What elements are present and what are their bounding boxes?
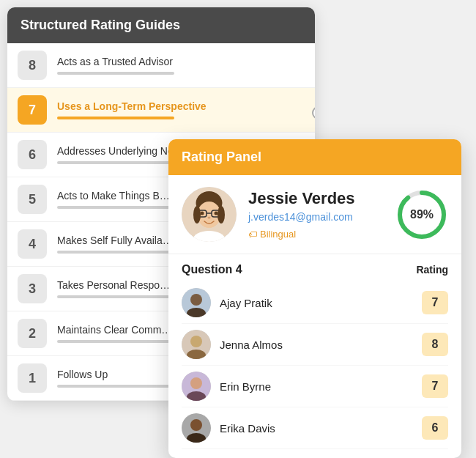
rater-avatar-erin [182, 372, 211, 401]
rating-bar-8 [57, 72, 174, 75]
progress-text: 89% [410, 208, 434, 221]
rater-avatar-ajay [182, 288, 211, 317]
rating-bar-2 [57, 340, 174, 343]
rater-info-erin: Erin Byrne [182, 372, 271, 401]
svg-point-7 [215, 212, 218, 215]
svg-point-10 [193, 206, 201, 224]
progress-circle: 89% [395, 188, 448, 241]
rating-bar-4 [57, 251, 174, 254]
svg-point-18 [190, 336, 202, 347]
svg-point-6 [201, 212, 204, 215]
question-label: Question 4 [182, 263, 242, 276]
rating-number-5: 5 [18, 185, 47, 214]
rater-name-erika: Erika Davis [220, 422, 275, 435]
rating-title-8: Acts as a Trusted Advisor [57, 56, 305, 67]
svg-point-11 [217, 206, 225, 224]
rater-row-erin[interactable]: Erin Byrne 7 [182, 366, 448, 407]
rating-number-3: 3 [18, 274, 47, 303]
rater-name-jenna: Jenna Almos [220, 339, 283, 351]
svg-point-24 [190, 419, 202, 431]
rater-score-erin: 7 [422, 374, 448, 398]
rating-title-7: Uses a Long-Term Perspective [57, 100, 305, 112]
connector-plus-top[interactable]: + [312, 106, 315, 119]
rating-bar-6 [57, 161, 174, 164]
rater-info-jenna: Jenna Almos [182, 330, 283, 359]
rating-bar-3 [57, 295, 174, 298]
rater-info-erika: Erika Davis [182, 413, 275, 443]
svg-point-15 [190, 294, 202, 306]
rating-bar-1 [57, 385, 174, 388]
svg-point-8 [208, 217, 211, 219]
avatar [182, 187, 237, 242]
rating-panel: Rating Panel [168, 139, 461, 458]
rating-number-6: 6 [18, 140, 47, 169]
person-email: j.verdes14@gmail.com [248, 211, 384, 223]
rater-row-ajay[interactable]: Ajay Pratik 7 [182, 282, 448, 324]
rating-bar-7 [57, 117, 174, 119]
rating-column-label: Rating [416, 264, 448, 276]
person-name: Jessie Verdes [248, 189, 384, 208]
raters-section: Question 4 Rating Ajay Pratik 7 [168, 254, 461, 458]
rater-avatar-jenna [182, 330, 211, 359]
rating-number-2: 2 [18, 319, 47, 348]
rating-number-7: 7 [18, 95, 47, 125]
rating-content-7: Uses a Long-Term Perspective [57, 100, 305, 119]
badge-label: Bilingual [260, 229, 296, 240]
rating-bar-5 [57, 206, 174, 209]
rating-number-4: 4 [18, 229, 47, 259]
rating-content-8: Acts as a Trusted Advisor [57, 56, 305, 75]
raters-header: Question 4 Rating [182, 254, 448, 282]
rater-score-erika: 6 [422, 416, 448, 440]
rater-row-erika[interactable]: Erika Davis 6 [182, 407, 448, 449]
rating-item-8[interactable]: 8 Acts as a Trusted Advisor [7, 43, 315, 88]
rating-number-8: 8 [18, 51, 47, 80]
rating-item-7[interactable]: 7 Uses a Long-Term Perspective + + [7, 88, 315, 133]
rater-row-jenna[interactable]: Jenna Almos 8 [182, 324, 448, 366]
rating-number-1: 1 [18, 363, 47, 393]
svg-point-21 [190, 377, 202, 389]
rater-avatar-erika [182, 413, 211, 443]
person-badge: 🏷 Bilingual [248, 229, 296, 240]
rater-info-ajay: Ajay Pratik [182, 288, 272, 317]
person-info-section: Jessie Verdes j.verdes14@gmail.com 🏷 Bil… [168, 175, 461, 254]
rater-name-erin: Erin Byrne [220, 380, 271, 393]
person-details: Jessie Verdes j.verdes14@gmail.com 🏷 Bil… [248, 189, 384, 240]
rater-name-ajay: Ajay Pratik [220, 297, 272, 309]
rater-score-jenna: 8 [422, 333, 448, 356]
tag-icon: 🏷 [248, 229, 257, 240]
rater-score-ajay: 7 [422, 291, 448, 314]
rating-panel-title: Rating Panel [168, 139, 461, 175]
guides-panel-title: Structured Rating Guides [7, 7, 315, 43]
